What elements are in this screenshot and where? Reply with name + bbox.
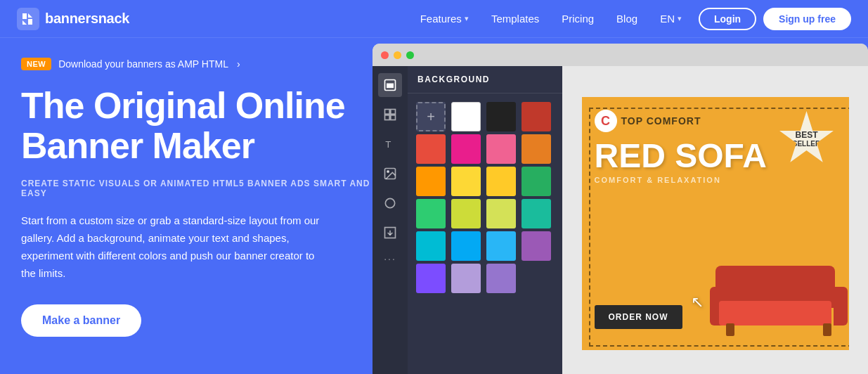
cursor-icon: ↖ — [691, 293, 704, 311]
nav-actions: Login Sign up free — [699, 8, 851, 30]
sidebar-more[interactable]: ··· — [384, 253, 396, 264]
banner-canvas: C TOP COMFORT BEST SELLER RED SOFA COMFO… — [582, 97, 849, 350]
color-swatch-orange2[interactable] — [416, 167, 446, 196]
sidebar-icon-image[interactable] — [378, 162, 402, 186]
color-swatch-pink[interactable] — [451, 134, 481, 164]
sidebar-icon-export[interactable] — [378, 221, 402, 245]
banner-subtitle-text: COMFORT & RELAXATION — [582, 173, 849, 187]
hero-title: The Original Online Banner Maker — [21, 86, 373, 166]
nav-blog[interactable]: Blog — [607, 8, 647, 29]
color-swatch-white[interactable] — [451, 102, 481, 131]
color-swatch-blue[interactable] — [451, 231, 481, 261]
sofa-leg-right — [823, 323, 831, 336]
hero-left: NEW Download your banners as AMP HTML › … — [21, 38, 373, 374]
color-grid: + — [416, 102, 554, 293]
panel-body: + — [408, 94, 562, 302]
logo-icon — [17, 8, 39, 30]
hero-section: NEW Download your banners as AMP HTML › … — [0, 38, 868, 374]
new-badge: NEW — [21, 58, 51, 70]
lang-chevron: ▾ — [678, 14, 682, 23]
sofa-arm-right — [834, 287, 848, 325]
sidebar-icon-shapes[interactable] — [378, 191, 402, 215]
editor-sidebar: T ··· — [373, 66, 408, 374]
banner-logo-text: TOP COMFORT — [621, 115, 701, 127]
announcement-arrow: › — [237, 58, 240, 70]
panel-header: BACKGROUND — [408, 66, 562, 94]
color-swatch-green1[interactable] — [522, 167, 551, 196]
color-swatch-lightblue[interactable] — [486, 231, 516, 261]
color-swatch-lime[interactable] — [451, 199, 481, 228]
color-swatch-violet[interactable] — [486, 264, 516, 293]
color-swatch-lime2[interactable] — [486, 199, 516, 228]
logo-text: bannersnack — [45, 11, 129, 27]
color-panel: BACKGROUND + — [408, 66, 562, 374]
browser-dot-close — [381, 51, 389, 59]
color-swatch-black[interactable] — [486, 102, 516, 131]
color-swatch-purple3[interactable] — [451, 264, 481, 293]
color-swatch-purple2[interactable] — [416, 264, 446, 293]
make-banner-button[interactable]: Make a banner — [21, 304, 141, 337]
svg-rect-5 — [385, 115, 390, 120]
color-swatch-teal[interactable] — [522, 199, 551, 228]
color-swatch-yellow[interactable] — [451, 167, 481, 196]
svg-rect-6 — [391, 115, 396, 120]
browser-dot-expand — [406, 51, 414, 59]
announcement-bar[interactable]: NEW Download your banners as AMP HTML › — [21, 58, 373, 70]
browser-window: T ··· BACKGROUND — [373, 44, 868, 374]
hero-right: T ··· BACKGROUND — [373, 38, 868, 374]
browser-bar — [373, 44, 868, 66]
canvas-area: C TOP COMFORT BEST SELLER RED SOFA COMFO… — [562, 66, 868, 374]
svg-rect-2 — [387, 84, 394, 89]
nav-lang[interactable]: EN ▾ — [650, 8, 692, 29]
svg-text:T: T — [385, 139, 391, 150]
svg-rect-4 — [391, 110, 396, 115]
color-swatch-red2[interactable] — [416, 134, 446, 164]
sofa-seat — [719, 301, 831, 325]
nav-links: Features ▾ Templates Pricing Blog EN ▾ — [410, 8, 692, 29]
color-swatch-pink2[interactable] — [486, 134, 516, 164]
browser-content: T ··· BACKGROUND — [373, 66, 868, 374]
nav-templates[interactable]: Templates — [481, 8, 549, 29]
browser-dot-minimize — [394, 51, 401, 59]
logo[interactable]: bannersnack — [17, 8, 129, 30]
login-button[interactable]: Login — [699, 8, 756, 30]
signup-button[interactable]: Sign up free — [763, 8, 851, 30]
navbar: bannersnack Features ▾ Templates Pricing… — [0, 0, 868, 38]
order-now-button: ORDER NOW — [595, 305, 682, 329]
color-swatch-purple1[interactable] — [522, 231, 551, 261]
hero-subtitle: CREATE STATIC VISUALS OR ANIMATED HTML5 … — [21, 179, 373, 198]
nav-features[interactable]: Features ▾ — [410, 8, 479, 29]
banner-logo-circle: C — [595, 110, 617, 132]
svg-point-10 — [385, 198, 394, 207]
color-swatch-cyan[interactable] — [416, 231, 446, 261]
sidebar-icon-background[interactable] — [378, 73, 402, 97]
nav-pricing[interactable]: Pricing — [552, 8, 604, 29]
hero-description: Start from a custom size or grab a stand… — [21, 212, 323, 282]
svg-point-9 — [387, 171, 389, 173]
color-swatch-green2[interactable] — [416, 199, 446, 228]
sidebar-icon-text[interactable]: T — [378, 132, 402, 156]
sofa-image — [715, 252, 842, 336]
color-swatch-orange1[interactable] — [522, 134, 551, 164]
sidebar-icon-layout[interactable] — [378, 103, 402, 127]
announcement-text: Download your banners as AMP HTML — [58, 58, 228, 70]
features-chevron: ▾ — [465, 14, 469, 23]
color-add-button[interactable]: + — [416, 102, 446, 131]
color-swatch-amber[interactable] — [486, 167, 516, 196]
color-swatch-red1[interactable] — [522, 102, 551, 131]
svg-rect-3 — [385, 110, 390, 115]
sofa-leg-left — [726, 323, 734, 336]
